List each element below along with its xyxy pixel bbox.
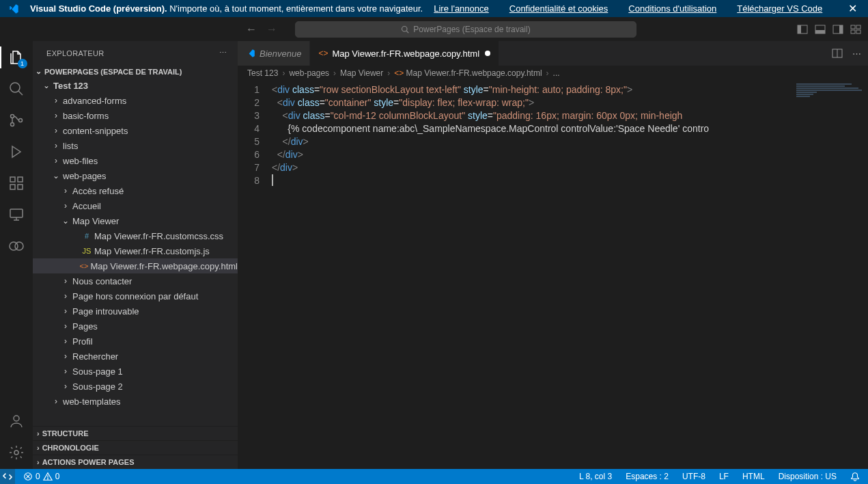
folder-item[interactable]: ›Page hors connexion par défaut (33, 288, 238, 304)
status-cursor-position[interactable]: L 8, col 3 (576, 472, 615, 481)
command-center[interactable]: PowerPages (Espace de travail) (295, 21, 636, 38)
tree-item-label: Sous-page 1 (71, 366, 123, 377)
chevron-right-icon: › (60, 366, 71, 376)
titlebar: ← → PowerPages (Espace de travail) (0, 17, 868, 41)
tree-item-label: advanced-forms (61, 96, 126, 106)
banner-close-icon[interactable]: ✕ (845, 2, 860, 15)
activity-scm-icon[interactable] (7, 111, 26, 130)
breadcrumb-item[interactable]: web-pages (289, 68, 329, 78)
vscode-icon (246, 49, 255, 58)
folder-item[interactable]: ›Accueil (33, 198, 238, 213)
folder-item[interactable]: ›web-files (33, 153, 238, 168)
chevron-right-icon: › (60, 306, 71, 316)
sidebar-section-header[interactable]: ›STRUCTURE (33, 426, 238, 440)
folder-item[interactable]: ›lists (33, 138, 238, 153)
folder-item[interactable]: ⌄web-pages (33, 168, 238, 183)
banner-link[interactable]: Confidentialité et cookies (509, 3, 608, 14)
sidebar-section-header[interactable]: ›ACTIONS POWER PAGES (33, 455, 238, 469)
activity-powerpages-icon[interactable] (7, 237, 26, 256)
file-item[interactable]: <>Map Viewer.fr-FR.webpage.copy.html (33, 258, 238, 273)
activity-search-icon[interactable] (7, 79, 26, 98)
split-editor-icon[interactable] (832, 48, 843, 59)
file-item[interactable]: JSMap Viewer.fr-FR.customjs.js (33, 243, 238, 258)
sidebar: EXPLORATEUR ⋯ ⌄ POWERPAGES (ESPACE DE TR… (33, 41, 238, 469)
sidebar-section-header[interactable]: ›CHRONOLOGIE (33, 440, 238, 455)
activity-extensions-icon[interactable] (7, 174, 26, 193)
status-indent[interactable]: Espaces : 2 (623, 472, 671, 481)
status-problems[interactable]: 0 0 (20, 472, 62, 481)
folder-item[interactable]: ›Rechercher (33, 349, 238, 364)
status-encoding[interactable]: UTF-8 (680, 472, 708, 481)
activity-account-icon[interactable] (7, 412, 26, 431)
code-editor[interactable]: 12345678 <div class="row sectionBlockLay… (238, 81, 868, 469)
folder-item[interactable]: ›Sous-page 1 (33, 364, 238, 379)
banner-link[interactable]: Conditions d'utilisation (628, 3, 716, 14)
chevron-right-icon: › (51, 126, 61, 135)
breadcrumb-item[interactable]: ... (553, 68, 560, 78)
status-notifications-icon[interactable] (848, 472, 863, 481)
editor-tab[interactable]: Bienvenue (238, 41, 310, 66)
folder-item[interactable]: ›basic-forms (33, 108, 238, 123)
folder-item[interactable]: ⌄Test 123 (33, 78, 238, 93)
activity-bar: 1 (0, 41, 33, 469)
status-language[interactable]: HTML (740, 472, 768, 481)
folder-item[interactable]: ›Accès refusé (33, 183, 238, 198)
layout-customize-icon[interactable] (850, 24, 861, 35)
activity-debug-icon[interactable] (7, 142, 26, 161)
editor-more-icon[interactable]: ⋯ (852, 49, 861, 59)
explorer-badge: 1 (18, 59, 27, 68)
vscode-logo-icon (8, 3, 19, 14)
chevron-right-icon: › (60, 276, 71, 286)
nav-forward-icon[interactable]: → (266, 23, 277, 36)
svg-rect-5 (815, 30, 825, 33)
status-remote-icon[interactable] (0, 469, 15, 484)
folder-item[interactable]: ›Nous contacter (33, 273, 238, 288)
layout-sidebar-right-icon[interactable] (832, 24, 843, 35)
tab-dirty-indicator (485, 51, 490, 56)
chevron-right-icon: › (60, 321, 71, 331)
titlebar-layout-icons (797, 24, 861, 35)
status-keyboard-layout[interactable]: Disposition : US (776, 472, 839, 481)
editor-tabs: Bienvenue<>Map Viewer.fr-FR.webpage.copy… (238, 41, 868, 66)
banner-link[interactable]: Télécharger VS Code (737, 3, 822, 14)
chevron-right-icon: › (51, 111, 61, 120)
chevron-right-icon: › (60, 351, 71, 361)
svg-point-26 (15, 242, 23, 250)
tree-item-label: Map Viewer.fr-FR.webpage.copy.html (89, 261, 238, 271)
folder-item[interactable]: ›Profil (33, 334, 238, 349)
activity-explorer-icon[interactable]: 1 (7, 48, 26, 67)
svg-point-35 (47, 479, 48, 479)
folder-item[interactable]: ›Pages (33, 319, 238, 334)
folder-item[interactable]: ›content-snippets (33, 123, 238, 138)
svg-line-13 (18, 91, 23, 95)
breadcrumb-item[interactable]: <> Map Viewer.fr-FR.webpage.copy.html (394, 68, 542, 78)
layout-sidebar-left-icon[interactable] (797, 24, 808, 35)
folder-item[interactable]: ›web-templates (33, 394, 238, 409)
workspace-section-header[interactable]: ⌄ POWERPAGES (ESPACE DE TRAVAIL) (33, 65, 238, 78)
code-lines[interactable]: <div class="row sectionBlockLayout text-… (272, 81, 793, 469)
svg-rect-19 (10, 185, 15, 189)
folder-item[interactable]: ›advanced-forms (33, 93, 238, 108)
file-type-icon: <> (79, 262, 89, 270)
editor-tab[interactable]: <>Map Viewer.fr-FR.webpage.copy.html (310, 41, 499, 66)
minimap[interactable] (793, 81, 868, 469)
folder-item[interactable]: ›Sous-page 2 (33, 379, 238, 394)
layout-panel-icon[interactable] (815, 24, 826, 35)
svg-point-27 (14, 416, 19, 421)
file-item[interactable]: #Map Viewer.fr-FR.customcss.css (33, 228, 238, 243)
sidebar-more-icon[interactable]: ⋯ (219, 49, 227, 57)
breadcrumb-item[interactable]: Map Viewer (340, 68, 383, 78)
breadcrumb[interactable]: Test 123›web-pages›Map Viewer›<> Map Vie… (238, 66, 868, 81)
banner-links: Lire l'annonceConfidentialité et cookies… (434, 3, 822, 14)
folder-item[interactable]: ›Page introuvable (33, 304, 238, 319)
breadcrumb-item[interactable]: Test 123 (247, 68, 278, 78)
svg-rect-11 (856, 30, 860, 33)
folder-item[interactable]: ⌄Map Viewer (33, 213, 238, 228)
svg-rect-7 (839, 25, 843, 33)
banner-link[interactable]: Lire l'annonce (434, 3, 489, 14)
chevron-right-icon: › (60, 201, 71, 211)
status-eol[interactable]: LF (716, 472, 731, 481)
nav-back-icon[interactable]: ← (246, 23, 257, 36)
activity-settings-icon[interactable] (7, 443, 26, 462)
activity-remote-explorer-icon[interactable] (7, 205, 26, 224)
